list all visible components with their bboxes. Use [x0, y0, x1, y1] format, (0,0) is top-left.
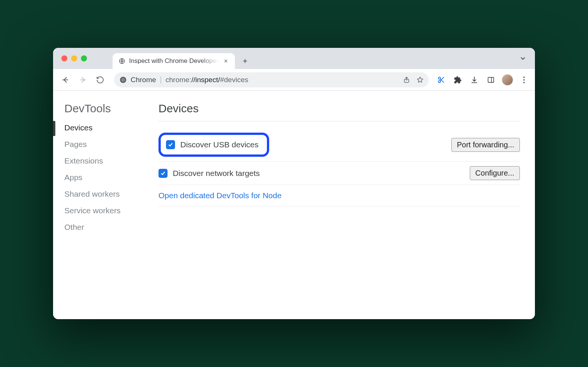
new-tab-button[interactable] — [238, 54, 252, 68]
sidebar-item-other[interactable]: Other — [64, 223, 140, 232]
back-button[interactable] — [58, 73, 73, 87]
page-content: DevTools Devices Pages Extensions Apps S… — [53, 91, 535, 319]
download-icon[interactable] — [469, 74, 480, 86]
toolbar: Chrome | chrome://inspect/#devices — [53, 69, 535, 91]
configure-button[interactable]: Configure... — [470, 166, 520, 180]
browser-window: Inspect with Chrome Developer — [53, 48, 535, 319]
checkbox-label: Discover USB devices — [180, 140, 259, 149]
scissors-icon[interactable] — [436, 74, 447, 86]
checkbox-label: Discover network targets — [173, 169, 260, 178]
sidebar: DevTools Devices Pages Extensions Apps S… — [64, 102, 140, 308]
close-tab-button[interactable] — [222, 57, 230, 65]
extensions-icon[interactable] — [452, 74, 463, 86]
address-bar[interactable]: Chrome | chrome://inspect/#devices — [114, 72, 429, 87]
url-divider: | — [160, 75, 162, 84]
sidebar-item-pages[interactable]: Pages — [64, 140, 140, 149]
globe-icon — [119, 58, 125, 64]
maximize-window-button[interactable] — [81, 55, 87, 61]
checkbox-discover-usb[interactable] — [166, 140, 175, 149]
active-indicator — [53, 121, 55, 136]
titlebar: Inspect with Chrome Developer — [53, 48, 535, 69]
sidepanel-icon[interactable] — [485, 74, 497, 86]
close-window-button[interactable] — [61, 55, 67, 61]
sidebar-title: DevTools — [64, 102, 140, 115]
window-controls — [61, 55, 87, 61]
sidebar-item-shared-workers[interactable]: Shared workers — [64, 190, 140, 199]
main-panel: Devices Discover USB devices Port forwar… — [158, 102, 524, 308]
svg-point-5 — [439, 77, 441, 79]
checkbox-discover-network[interactable] — [158, 169, 168, 178]
share-icon[interactable] — [402, 75, 411, 85]
port-forwarding-button[interactable]: Port forwarding... — [451, 138, 520, 152]
menu-button[interactable] — [518, 74, 530, 86]
minimize-window-button[interactable] — [71, 55, 77, 61]
open-node-devtools-link[interactable]: Open dedicated DevTools for Node — [158, 191, 282, 200]
toolbar-actions — [436, 74, 530, 86]
row-node-link: Open dedicated DevTools for Node — [158, 185, 520, 206]
sidebar-item-service-workers[interactable]: Service workers — [64, 206, 140, 215]
bookmark-star-icon[interactable] — [415, 75, 425, 85]
highlight-annotation: Discover USB devices — [158, 133, 269, 157]
row-discover-network: Discover network targets Configure... — [158, 162, 520, 185]
tab-title: Inspect with Chrome Developer — [129, 57, 218, 65]
divider — [158, 121, 520, 121]
svg-point-3 — [122, 79, 124, 81]
tab-strip: Inspect with Chrome Developer — [113, 48, 252, 69]
svg-rect-7 — [488, 77, 494, 82]
url-origin-label: Chrome — [131, 76, 156, 84]
url-text: chrome://inspect/#devices — [166, 76, 248, 84]
reload-button[interactable] — [93, 73, 107, 87]
main-heading: Devices — [158, 102, 520, 115]
chrome-icon — [119, 76, 127, 84]
sidebar-nav: Devices Pages Extensions Apps Shared wor… — [64, 123, 140, 232]
row-discover-usb: Discover USB devices Port forwarding... — [158, 128, 520, 162]
sidebar-item-apps[interactable]: Apps — [64, 173, 140, 182]
browser-tab[interactable]: Inspect with Chrome Developer — [113, 53, 235, 69]
sidebar-item-devices[interactable]: Devices — [64, 123, 140, 132]
svg-point-6 — [439, 80, 441, 83]
profile-avatar[interactable] — [502, 74, 513, 86]
sidebar-item-extensions[interactable]: Extensions — [64, 156, 140, 165]
forward-button[interactable] — [76, 73, 90, 87]
tab-overflow-button[interactable] — [519, 55, 527, 64]
